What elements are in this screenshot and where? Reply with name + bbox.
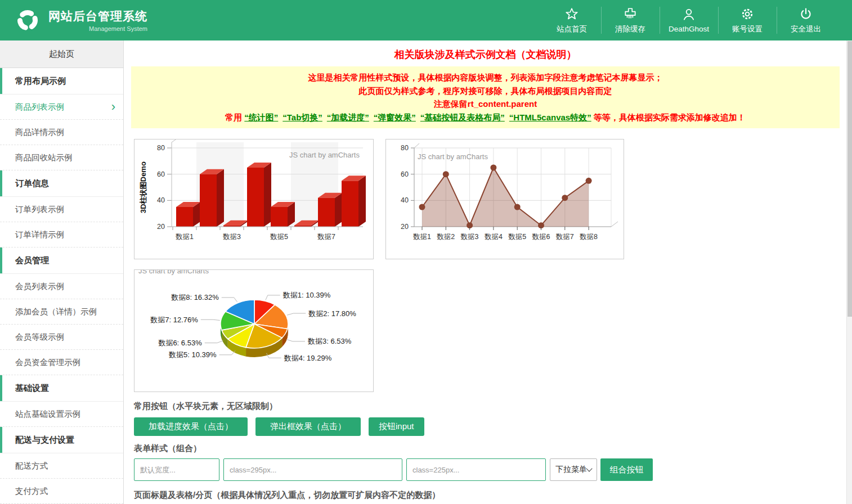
app-header: 网站后台管理系统 Management System 站点首页清除缓存Death… bbox=[0, 0, 852, 40]
svg-text:数据3: 6.53%: 数据3: 6.53% bbox=[307, 337, 352, 345]
svg-text:80: 80 bbox=[401, 144, 409, 152]
svg-text:JS chart by amCharts: JS chart by amCharts bbox=[138, 270, 209, 275]
scrollbar[interactable] bbox=[846, 40, 852, 504]
sidebar-item-label: 添加会员（详情）示例 bbox=[15, 299, 97, 324]
sidebar-item-label: 订单列表示例 bbox=[15, 197, 64, 222]
form-row: 下拉菜单 组合按钮 bbox=[134, 458, 846, 481]
svg-text:40: 40 bbox=[401, 196, 409, 204]
load-progress-button[interactable]: 加载进度效果（点击） bbox=[134, 417, 248, 436]
buttons-section-heading: 常用按钮（水平块元素，无区域限制） bbox=[134, 401, 846, 412]
gear-icon bbox=[740, 7, 755, 21]
notice-link[interactable]: “Tab切换” bbox=[282, 112, 322, 122]
header-nav-label: DeathGhost bbox=[669, 25, 709, 33]
sidebar-item-label: 订单详情示例 bbox=[15, 222, 64, 247]
svg-text:数据2: 17.80%: 数据2: 17.80% bbox=[308, 309, 356, 318]
input-225px[interactable] bbox=[406, 458, 546, 481]
svg-text:数据6: 数据6 bbox=[532, 233, 550, 241]
svg-text:数据7: 数据7 bbox=[317, 233, 335, 241]
svg-text:数据5: 数据5 bbox=[508, 233, 526, 241]
notice-box: 这里是相关常用性样式预设，具体根据内容版块调整，列表添加字段注意考虑笔记本屏幕显… bbox=[131, 66, 840, 128]
sidebar-item[interactable]: 添加会员（详情）示例 bbox=[0, 299, 123, 325]
sidebar-section-title[interactable]: 订单信息 bbox=[0, 170, 123, 197]
sidebar-item-home[interactable]: 起始页 bbox=[0, 40, 123, 68]
sidebar-item-label: 站点基础设置示例 bbox=[15, 402, 80, 426]
sidebar-item[interactable]: 支付方式 bbox=[0, 479, 123, 504]
svg-text:数据1: 10.39%: 数据1: 10.39% bbox=[282, 291, 331, 299]
svg-text:数据4: 19.29%: 数据4: 19.29% bbox=[284, 354, 332, 362]
input-295px[interactable] bbox=[223, 458, 402, 481]
logo-icon bbox=[15, 13, 41, 28]
form-section-heading: 表单样式（组合） bbox=[134, 443, 846, 454]
dropdown-select[interactable]: 下拉菜单 bbox=[550, 458, 597, 481]
sidebar-section-title[interactable]: 常用布局示例 bbox=[0, 68, 123, 94]
app-logo[interactable]: 网站后台管理系统 Management System bbox=[15, 8, 147, 32]
bar-chart: 20406080数据1数据3数据5数据7JS chart by amCharts… bbox=[134, 140, 373, 259]
svg-text:40: 40 bbox=[157, 196, 165, 204]
notice-link[interactable]: “统计图” bbox=[244, 112, 278, 122]
svg-text:数据2: 数据2 bbox=[437, 233, 455, 241]
sidebar-section-title[interactable]: 会员管理 bbox=[0, 248, 123, 274]
app-title: 网站后台管理系统 bbox=[48, 8, 147, 24]
input-default-width[interactable] bbox=[134, 458, 219, 481]
header-nav-account-settings[interactable]: 账号设置 bbox=[718, 0, 777, 40]
svg-text:20: 20 bbox=[401, 223, 409, 231]
svg-text:60: 60 bbox=[157, 170, 165, 178]
notice-link[interactable]: “HTML5canvas特效” bbox=[509, 112, 591, 122]
combo-button[interactable]: 组合按钮 bbox=[600, 458, 653, 481]
buttons-row: 加载进度效果（点击）弹出框效果（点击）按钮input bbox=[134, 417, 846, 436]
svg-text:JS chart by amCharts: JS chart by amCharts bbox=[289, 151, 360, 159]
header-nav-clear-cache[interactable]: 清除缓存 bbox=[601, 0, 660, 40]
sidebar-item[interactable]: 会员等级示例 bbox=[0, 325, 123, 350]
notice-line: 这里是相关常用性样式预设，具体根据内容版块调整，列表添加字段注意考虑笔记本屏幕显… bbox=[137, 71, 834, 84]
app-subtitle: Management System bbox=[48, 25, 147, 32]
chevron-down-icon bbox=[586, 465, 592, 471]
notice-line: 常用“统计图”“Tab切换”“加载进度”“弹窗效果”“基础按钮及表格布局”“HT… bbox=[137, 111, 834, 124]
bar-chart-panel: 20406080数据1数据3数据5数据7JS chart by amCharts… bbox=[134, 139, 374, 259]
sidebar-item[interactable]: 商品详情示例 bbox=[0, 120, 123, 145]
svg-text:数据1: 数据1 bbox=[176, 233, 194, 241]
sidebar-item[interactable]: 站点基础设置示例 bbox=[0, 402, 123, 427]
sidebar-item[interactable]: 商品列表示例› bbox=[0, 94, 123, 120]
svg-text:数据3: 数据3 bbox=[461, 233, 479, 241]
notice-link[interactable]: “加载进度” bbox=[327, 112, 369, 122]
table-section-heading: 页面标题及表格/分页（根据具体情况列入重点，切勿放置可扩展内容不定的数据） bbox=[134, 490, 846, 501]
sidebar-item[interactable]: 会员资金管理示例 bbox=[0, 350, 123, 375]
sidebar-item[interactable]: 会员列表示例 bbox=[0, 274, 123, 299]
sidebar-section-title[interactable]: 基础设置 bbox=[0, 375, 123, 402]
svg-text:数据6: 6.53%: 数据6: 6.53% bbox=[158, 339, 202, 347]
sidebar-item-label: 配送方式 bbox=[15, 453, 48, 478]
svg-text:80: 80 bbox=[157, 144, 165, 152]
svg-text:数据7: 12.76%: 数据7: 12.76% bbox=[150, 316, 198, 324]
dropdown-select-value: 下拉菜单 bbox=[555, 465, 587, 475]
sidebar-item-label: 商品详情示例 bbox=[15, 120, 64, 145]
sidebar-item-label: 支付方式 bbox=[15, 479, 48, 503]
pie-chart-panel: 数据1: 10.39%数据2: 17.80%数据3: 6.53%数据4: 19.… bbox=[134, 269, 374, 392]
svg-text:数据8: 数据8 bbox=[580, 233, 598, 241]
header-nav-label: 站点首页 bbox=[557, 24, 587, 34]
header-nav-current-user[interactable]: DeathGhost bbox=[660, 0, 718, 40]
scrollbar-thumb[interactable] bbox=[847, 41, 852, 317]
brush-icon bbox=[623, 7, 638, 21]
sidebar-item-label: 商品回收站示例 bbox=[15, 145, 73, 170]
user-icon bbox=[681, 7, 696, 22]
input-button[interactable]: 按钮input bbox=[369, 417, 424, 436]
header-nav-safe-logout[interactable]: 安全退出 bbox=[777, 0, 835, 40]
header-nav-label: 清除缓存 bbox=[615, 24, 645, 34]
power-icon bbox=[799, 7, 813, 21]
sidebar-item[interactable]: 配送方式 bbox=[0, 453, 123, 479]
notice-link[interactable]: “弹窗效果” bbox=[374, 112, 416, 122]
svg-text:数据4: 数据4 bbox=[485, 233, 503, 241]
notice-text: 等等，具体根据实际需求添加修改追加！ bbox=[594, 112, 746, 122]
popup-button[interactable]: 弹出框效果（点击） bbox=[255, 417, 361, 436]
sidebar-section-title[interactable]: 配送与支付设置 bbox=[0, 427, 123, 453]
sidebar-item[interactable]: 订单详情示例 bbox=[0, 222, 123, 248]
line-chart: 20406080数据1数据2数据3数据4数据5数据6数据7数据8JS chart… bbox=[386, 140, 624, 259]
svg-text:3D柱状图Demo: 3D柱状图Demo bbox=[139, 161, 147, 213]
header-nav-site-home[interactable]: 站点首页 bbox=[542, 0, 601, 40]
main-content: 相关版块涉及样式示例文档（文档说明） 这里是相关常用性样式预设，具体根据内容版块… bbox=[124, 40, 846, 504]
sidebar-item[interactable]: 商品回收站示例 bbox=[0, 145, 123, 170]
sidebar-item[interactable]: 订单列表示例 bbox=[0, 197, 123, 222]
svg-text:数据3: 数据3 bbox=[223, 233, 241, 241]
notice-link[interactable]: “基础按钮及表格布局” bbox=[420, 112, 505, 122]
notice-line: 注意保留rt_content.parent bbox=[137, 97, 834, 111]
